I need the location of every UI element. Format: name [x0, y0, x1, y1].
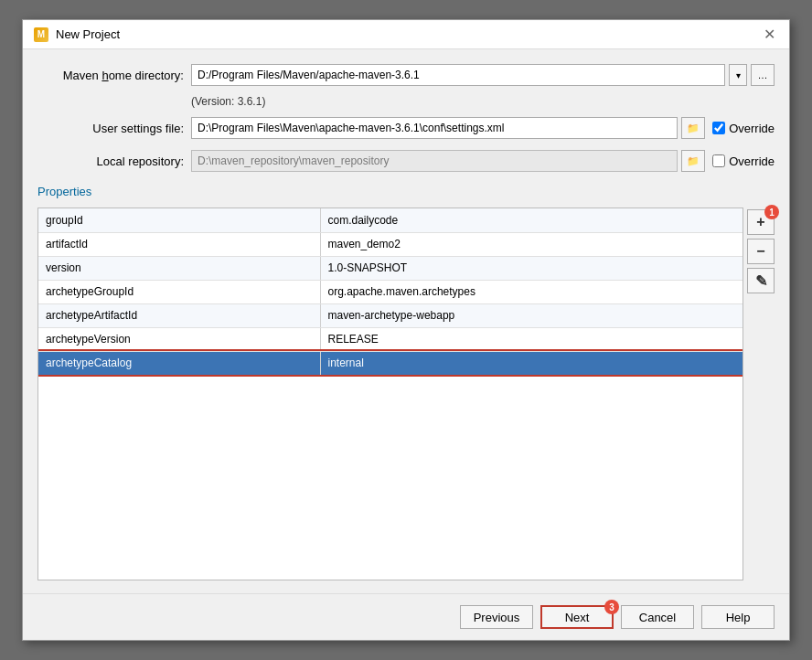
property-key: artifactId	[38, 232, 320, 256]
previous-button[interactable]: Previous	[460, 605, 533, 629]
maven-version-text: (Version: 3.6.1)	[191, 95, 775, 108]
table-row[interactable]: archetypeGroupIdorg.apache.maven.archety…	[38, 280, 743, 303]
table-row[interactable]: archetypeArtifactIdmaven-archetype-webap…	[38, 303, 743, 327]
maven-home-row: Maven home directory: ▾ …	[37, 62, 775, 88]
edit-property-button[interactable]: ✎	[747, 268, 775, 293]
next-badge: 3	[604, 600, 619, 614]
property-value: maven_demo2	[320, 232, 743, 256]
close-button[interactable]: ✕	[760, 26, 778, 44]
title-bar-left: M New Project	[34, 27, 120, 42]
table-row[interactable]: version1.0-SNAPSHOT	[38, 256, 743, 280]
local-repo-row: Local repository: 📁 Override	[37, 148, 775, 174]
maven-home-browse-btn[interactable]: …	[751, 64, 775, 86]
user-settings-browse-btn[interactable]: 📁	[681, 117, 705, 139]
maven-home-input[interactable]	[191, 64, 725, 86]
table-row[interactable]: archetypeVersionRELEASE	[38, 327, 743, 351]
properties-table-wrapper: groupIdcom.dailycodeartifactIdmaven_demo…	[37, 208, 743, 580]
property-value: maven-archetype-webapp	[320, 303, 743, 327]
local-repo-input	[191, 150, 678, 172]
add-icon: +	[756, 214, 764, 230]
remove-property-button[interactable]: −	[747, 239, 775, 264]
local-repo-override-checkbox[interactable]	[712, 154, 725, 167]
table-actions: + 1 − ✎	[747, 208, 775, 580]
next-label: Next	[565, 611, 590, 624]
property-key: archetypeArtifactId	[38, 303, 320, 327]
table-row[interactable]: archetypeCataloginternal	[38, 351, 743, 375]
next-button[interactable]: Next 3	[540, 605, 614, 629]
property-key: groupId	[38, 208, 320, 232]
user-settings-input[interactable]	[191, 117, 678, 139]
user-settings-label: User settings file:	[37, 122, 184, 135]
properties-container: groupIdcom.dailycodeartifactIdmaven_demo…	[37, 208, 775, 580]
add-property-button[interactable]: + 1	[747, 209, 775, 235]
properties-section-title: Properties	[37, 185, 775, 198]
property-key: archetypeGroupId	[38, 280, 320, 303]
title-bar: M New Project ✕	[23, 20, 789, 49]
local-repo-combo: 📁	[191, 150, 705, 172]
help-button[interactable]: Help	[701, 605, 775, 629]
remove-icon: −	[756, 243, 764, 260]
new-project-dialog: M New Project ✕ Maven home directory: ▾ …	[22, 19, 790, 641]
property-value: com.dailycode	[320, 208, 743, 232]
dialog-title: New Project	[56, 27, 120, 41]
property-value: org.apache.maven.archetypes	[320, 280, 743, 303]
property-value: internal	[320, 351, 743, 375]
cancel-button[interactable]: Cancel	[621, 605, 694, 629]
user-settings-combo: 📁	[191, 117, 705, 139]
property-key: version	[38, 256, 320, 280]
maven-home-dropdown-btn[interactable]: ▾	[729, 64, 747, 86]
add-badge: 1	[764, 205, 779, 219]
user-settings-row: User settings file: 📁 Override	[37, 115, 775, 141]
property-key: archetypeVersion	[38, 327, 320, 351]
edit-icon: ✎	[755, 272, 767, 290]
user-settings-override-label: Override	[729, 122, 775, 135]
local-repo-label: Local repository:	[37, 154, 184, 168]
maven-home-label: Maven home directory:	[37, 69, 184, 82]
user-settings-override-checkbox[interactable]	[712, 122, 725, 134]
properties-table: groupIdcom.dailycodeartifactIdmaven_demo…	[38, 208, 743, 376]
property-key: archetypeCatalog	[38, 351, 320, 375]
property-value: 1.0-SNAPSHOT	[320, 256, 743, 280]
property-value: RELEASE	[320, 327, 743, 351]
local-repo-browse-btn[interactable]: 📁	[681, 150, 705, 172]
table-row[interactable]: artifactIdmaven_demo2	[38, 232, 743, 256]
dialog-footer: Previous Next 3 Cancel Help	[23, 593, 789, 640]
app-icon: M	[34, 27, 48, 42]
table-row[interactable]: groupIdcom.dailycode	[38, 208, 743, 232]
local-repo-override-label: Override	[729, 154, 775, 168]
maven-home-combo: ▾ …	[191, 64, 775, 86]
dialog-content: Maven home directory: ▾ … (Version: 3.6.…	[23, 49, 789, 593]
user-settings-override-row: Override	[712, 122, 775, 135]
local-repo-override-row: Override	[712, 154, 775, 168]
